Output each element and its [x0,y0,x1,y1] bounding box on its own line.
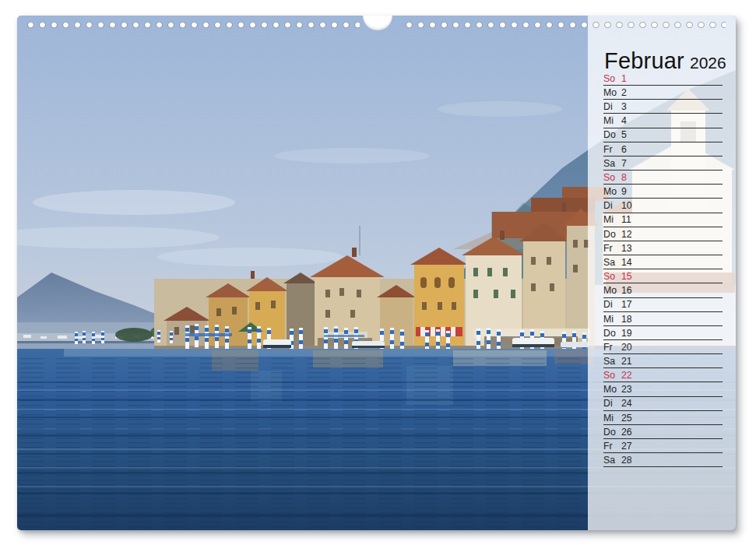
day-number: 18 [621,315,632,324]
binding-holes-left [25,21,360,29]
year-label: 2026 [690,54,726,72]
day-abbr: Mi [603,315,621,324]
day-row: Fr 20 [603,340,723,354]
day-abbr: Do [603,130,621,139]
day-row: Mi 18 [603,312,723,326]
day-abbr: Do [603,329,621,338]
day-number: 24 [621,399,632,408]
day-number: 17 [621,300,632,309]
day-number: 6 [621,145,627,154]
day-row: Fr 6 [603,142,723,156]
day-abbr: Fr [603,441,621,451]
day-abbr: Do [603,230,621,239]
day-number: 19 [621,329,632,338]
day-row: Mi 4 [603,114,723,128]
day-row: Do 19 [603,326,723,340]
day-abbr: Mi [603,413,621,423]
day-row: Mo 9 [603,185,723,199]
day-row: Do 12 [603,227,723,241]
day-number: 20 [621,343,632,352]
day-list: So 1 Mo 2 Di 3 Mi 4 [603,72,723,467]
day-number: 15 [621,272,632,281]
day-number: 22 [621,371,632,380]
day-row: Di 17 [603,298,723,312]
day-abbr: Fr [603,145,621,154]
day-abbr: So [603,173,621,182]
day-abbr: Mi [603,215,621,224]
calendar-panel: Februar2026 So 1 Mo 2 Di [588,16,736,530]
day-row: So 22 [603,368,723,382]
day-row: Mo 2 [603,86,723,100]
day-number: 1 [621,74,627,83]
day-row: Di 24 [603,397,723,411]
day-number: 3 [621,102,627,111]
day-abbr: So [603,272,621,281]
day-abbr: Mi [603,116,621,125]
day-abbr: Sa [603,159,621,168]
day-row: Fr 27 [603,439,723,453]
day-abbr: Sa [603,357,621,366]
day-abbr: Fr [603,244,621,253]
day-abbr: Mo [603,385,621,394]
day-row: So 15 [603,269,723,283]
day-row: Do 26 [603,425,723,439]
day-number: 25 [621,413,632,423]
day-row: Mo 23 [603,382,723,396]
day-abbr: So [603,74,621,83]
day-number: 7 [621,159,627,168]
day-number: 21 [621,357,632,366]
day-row: So 1 [603,72,723,86]
day-abbr: Mo [603,187,621,196]
day-number: 11 [621,215,631,224]
day-row: Di 3 [603,100,723,114]
day-abbr: Do [603,427,621,437]
day-number: 4 [621,116,627,125]
month-name: Februar [604,48,684,73]
day-row: Sa 21 [603,354,723,368]
binding-holes-right [403,21,726,29]
day-abbr: Fr [603,343,621,352]
day-row: Sa 28 [603,453,723,467]
day-row: Fr 13 [603,241,723,255]
day-number: 9 [621,187,627,196]
day-number: 28 [621,455,632,465]
day-number: 26 [621,427,632,437]
day-number: 27 [621,441,632,451]
day-number: 14 [621,258,632,267]
day-abbr: Di [603,102,621,111]
day-number: 8 [621,173,627,182]
day-abbr: So [603,371,621,380]
day-abbr: Sa [603,258,621,267]
day-row: Di 10 [603,199,723,213]
day-abbr: Di [603,399,621,408]
day-abbr: Mo [603,88,621,97]
month-title: Februar2026 [604,48,726,74]
day-abbr: Mo [603,286,621,295]
day-row: Mo 16 [603,283,723,297]
day-number: 2 [621,88,627,97]
calendar-mockup: Februar2026 So 1 Mo 2 Di [0,0,756,545]
calendar-page: Februar2026 So 1 Mo 2 Di [17,16,736,530]
day-number: 16 [621,286,632,295]
day-row: So 8 [603,171,723,185]
day-number: 23 [621,385,632,394]
day-number: 12 [621,230,632,239]
day-number: 10 [621,201,632,210]
day-number: 13 [621,244,632,253]
day-abbr: Di [603,300,621,309]
day-row: Mi 11 [603,213,723,227]
day-abbr: Sa [603,455,621,465]
day-row: Sa 7 [603,156,723,171]
day-row: Do 5 [603,128,723,142]
day-row: Sa 14 [603,255,723,269]
day-number: 5 [621,130,627,139]
day-row: Mi 25 [603,411,723,425]
day-abbr: Di [603,201,621,210]
